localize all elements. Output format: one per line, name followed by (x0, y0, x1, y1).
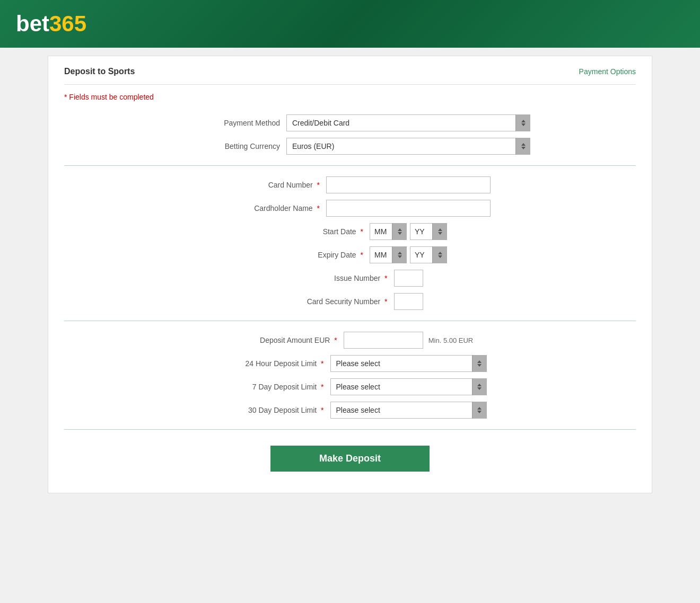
expiry-date-mm-wrapper[interactable]: MM 01020304 05060708 09101112 (370, 246, 407, 263)
start-date-yy-wrapper[interactable]: YY 10111213 14151617 (410, 223, 447, 240)
card-details-section: Card Number * Cardholder Name * Start Da… (64, 176, 636, 310)
page-container: Deposit to Sports Payment Options * Fiel… (48, 56, 652, 493)
deposit-limit-7d-select[interactable]: Please select No limit 50 100 200 500 10… (330, 378, 487, 395)
issue-number-input[interactable] (394, 270, 423, 287)
required-star: * (358, 227, 363, 236)
deposit-limit-30d-select-wrapper[interactable]: Please select No limit 100 200 500 1000 … (330, 402, 487, 419)
betting-currency-select-wrapper[interactable]: Euros (EUR) US Dollars (USD) British Pou… (286, 138, 530, 155)
betting-currency-label: Betting Currency (170, 142, 286, 150)
divider-2 (64, 321, 636, 321)
required-star: * (382, 274, 387, 282)
payment-options-link[interactable]: Payment Options (579, 67, 636, 76)
payment-method-select[interactable]: Credit/Debit Card PayPal Neteller Skrill (286, 114, 530, 131)
card-number-input[interactable] (326, 176, 491, 193)
expiry-date-mm-select[interactable]: MM 01020304 05060708 09101112 (370, 246, 407, 263)
deposit-limit-24h-select-wrapper[interactable]: Please select No limit 20 50 100 200 500 (330, 355, 487, 372)
deposit-amount-row: Deposit Amount EUR * Min. 5.00 EUR (64, 332, 636, 349)
deposit-limit-24h-select[interactable]: Please select No limit 20 50 100 200 500 (330, 355, 487, 372)
deposit-amount-label: Deposit Amount EUR * (227, 336, 344, 344)
cardholder-name-row: Cardholder Name * (64, 200, 636, 217)
issue-number-row: Issue Number * (64, 270, 636, 287)
start-date-mm-select[interactable]: MM 01020304 05060708 09101112 (370, 223, 407, 240)
start-date-yy-select[interactable]: YY 10111213 14151617 (410, 223, 447, 240)
deposit-limit-24h-row: 24 Hour Deposit Limit * Please select No… (64, 355, 636, 372)
header: bet365 (0, 0, 700, 48)
start-date-row: Start Date * MM 01020304 05060708 091011… (64, 223, 636, 240)
card-number-row: Card Number * (64, 176, 636, 193)
start-date-group: MM 01020304 05060708 09101112 YY 1011121… (370, 223, 447, 240)
deposit-limit-30d-select[interactable]: Please select No limit 100 200 500 1000 … (330, 402, 487, 419)
make-deposit-button[interactable]: Make Deposit (270, 446, 430, 472)
expiry-date-yy-select[interactable]: YY 14151617 18192021 (410, 246, 447, 263)
deposit-limit-30d-row: 30 Day Deposit Limit * Please select No … (64, 402, 636, 419)
divider-1 (64, 165, 636, 166)
card-security-number-row: Card Security Number * (64, 293, 636, 310)
betting-currency-row: Betting Currency Euros (EUR) US Dollars … (64, 138, 636, 155)
required-star: * (315, 181, 320, 189)
deposit-amount-input[interactable] (344, 332, 423, 349)
deposit-limit-30d-label: 30 Day Deposit Limit * (214, 406, 330, 414)
betting-currency-select[interactable]: Euros (EUR) US Dollars (USD) British Pou… (286, 138, 530, 155)
payment-method-label: Payment Method (170, 119, 286, 127)
card-security-number-input[interactable] (394, 293, 423, 310)
required-star: * (332, 336, 337, 344)
logo-bet: bet (16, 11, 49, 37)
cardholder-name-input[interactable] (326, 200, 491, 217)
page-header: Deposit to Sports Payment Options (64, 67, 636, 85)
payment-method-section: Payment Method Credit/Debit Card PayPal … (64, 114, 636, 155)
min-note: Min. 5.00 EUR (428, 336, 474, 344)
required-star: * (315, 204, 320, 212)
deposit-limit-7d-select-wrapper[interactable]: Please select No limit 50 100 200 500 10… (330, 378, 487, 395)
required-star: * (382, 297, 387, 306)
expiry-date-yy-wrapper[interactable]: YY 14151617 18192021 (410, 246, 447, 263)
required-star: * (358, 251, 363, 259)
start-date-mm-wrapper[interactable]: MM 01020304 05060708 09101112 (370, 223, 407, 240)
card-security-number-label: Card Security Number * (277, 297, 394, 306)
card-number-label: Card Number * (209, 181, 326, 189)
expiry-date-label: Expiry Date * (253, 251, 370, 259)
required-star: * (319, 406, 323, 414)
page-title: Deposit to Sports (64, 67, 135, 76)
required-star: * (319, 383, 323, 391)
logo-365: 365 (49, 11, 86, 37)
required-star: * (319, 359, 323, 368)
deposit-limit-7d-label: 7 Day Deposit Limit * (214, 383, 330, 391)
deposit-limit-24h-label: 24 Hour Deposit Limit * (214, 359, 330, 368)
cardholder-name-label: Cardholder Name * (209, 204, 326, 212)
issue-number-label: Issue Number * (277, 274, 394, 282)
deposit-limit-7d-row: 7 Day Deposit Limit * Please select No l… (64, 378, 636, 395)
expiry-date-group: MM 01020304 05060708 09101112 YY 1415161… (370, 246, 447, 263)
payment-method-select-wrapper[interactable]: Credit/Debit Card PayPal Neteller Skrill (286, 114, 530, 131)
expiry-date-row: Expiry Date * MM 01020304 05060708 09101… (64, 246, 636, 263)
divider-3 (64, 429, 636, 430)
required-note: * Fields must be completed (64, 93, 636, 101)
payment-method-row: Payment Method Credit/Debit Card PayPal … (64, 114, 636, 131)
deposit-section: Deposit Amount EUR * Min. 5.00 EUR 24 Ho… (64, 332, 636, 419)
start-date-label: Start Date * (253, 227, 370, 236)
